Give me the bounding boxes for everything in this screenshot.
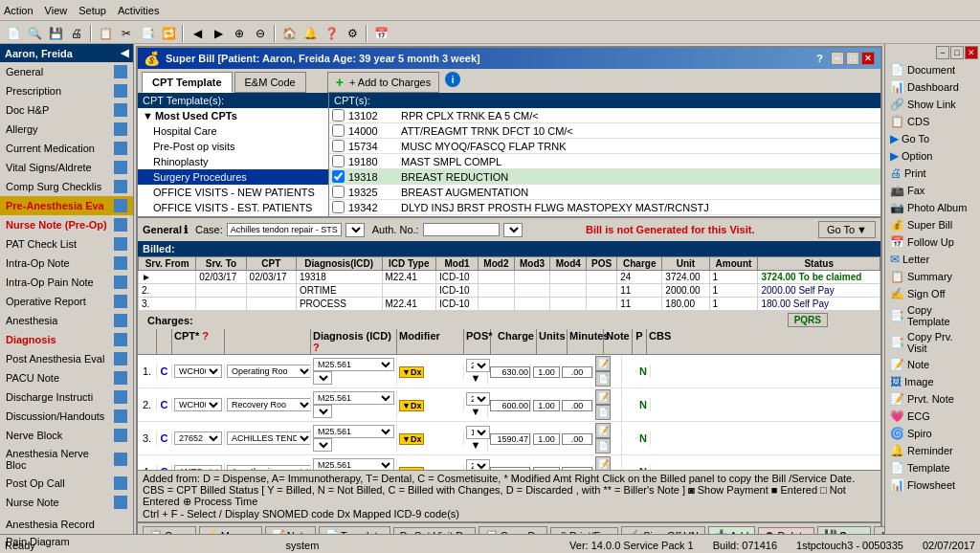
template-button[interactable]: 📄 Template: [319, 526, 390, 534]
toolbar-icon-17[interactable]: 📅: [371, 24, 390, 43]
menu-activities[interactable]: Activities: [118, 5, 159, 16]
nav-item-7[interactable]: Pre-Anesthesia Eva: [0, 196, 133, 215]
charge-diag-select2-0[interactable]: ▼: [313, 371, 332, 385]
cpt-tree-item-3[interactable]: Rhinoplasty: [138, 154, 328, 169]
far-right-item-6[interactable]: 🖨Print: [885, 165, 980, 182]
far-right-item-9[interactable]: 💰Super Bill: [885, 216, 980, 233]
toolbar-icon-7[interactable]: 📑: [138, 24, 157, 43]
toolbar-icon-5[interactable]: 📋: [96, 24, 115, 43]
far-right-item-17[interactable]: 🖼Image: [885, 373, 980, 390]
toolbar-icon-15[interactable]: ❓: [322, 24, 341, 43]
dx-button-0[interactable]: ▼Dx: [399, 366, 424, 378]
toolbar-icon-1[interactable]: 📄: [4, 24, 23, 43]
charge-units-input-0[interactable]: [533, 366, 560, 378]
nav-item-22[interactable]: Nurse Note: [0, 493, 133, 512]
cpt-list-item-1[interactable]: 14000ATT/REAGMT TRNK DFCT 10 CM/<: [329, 123, 880, 139]
far-right-item-8[interactable]: 📷Photo Album: [885, 199, 980, 216]
far-right-item-19[interactable]: 💗ECG: [885, 408, 980, 425]
close-button[interactable]: ✕: [861, 52, 875, 65]
cpt-tree-item-7[interactable]: Office Consultations: [138, 215, 328, 216]
nav-item-20[interactable]: Anesthesia Nerve Bloc: [0, 445, 133, 474]
cpt-tree-item-4[interactable]: Surgery Procedures: [138, 169, 328, 185]
auth-select[interactable]: ▼: [503, 223, 523, 237]
cpt-list-item-2[interactable]: 15734MUSC MYOQ/FASCQ FLAP TRNK: [329, 139, 880, 154]
nav-item-6[interactable]: Comp Surg Checklis: [0, 177, 133, 196]
table-row[interactable]: 3.PROCESSM22.41ICD-1011180.001180.00 Sel…: [139, 298, 880, 311]
panel-max-btn[interactable]: □: [950, 46, 964, 59]
set-visit-dx-button[interactable]: Dx Set Visit Dx: [393, 527, 476, 535]
cpt-list-item-0[interactable]: 13102RPR CPLX TRNK EA 5 CM/<: [329, 108, 880, 123]
toolbar-icon-13[interactable]: 🏠: [279, 24, 299, 43]
cpt-checkbox-6[interactable]: [332, 201, 345, 213]
charge-pos-select-1[interactable]: 24: [466, 392, 490, 406]
note-icon-3[interactable]: 📝: [595, 456, 611, 470]
charge-diag-select-1[interactable]: M25.561: [313, 391, 394, 405]
charge-code-select-0[interactable]: WCH007: [174, 365, 222, 378]
nav-item-11[interactable]: Intra-Op Pain Note: [0, 273, 133, 292]
far-right-item-7[interactable]: 📠Fax: [885, 182, 980, 199]
note-icon2-1[interactable]: 📄: [595, 405, 611, 420]
case-input[interactable]: [227, 223, 342, 236]
nav-item-5[interactable]: Vital Signs/Aldrete: [0, 158, 133, 177]
toolbar-icon-10[interactable]: ▶: [209, 24, 228, 43]
charge-amount-input-0[interactable]: [490, 366, 530, 378]
far-right-item-5[interactable]: ▶Option: [885, 147, 980, 165]
additional-item-0[interactable]: Anesthesia Record: [0, 516, 133, 533]
nav-item-16[interactable]: PACU Note: [0, 368, 133, 387]
help-btn[interactable]: ?: [816, 53, 823, 64]
cpt-list-item-7[interactable]: 19350NPPL/AREOLA RCNSTJ: [329, 215, 880, 216]
cpt-tree-item-5[interactable]: OFFICE VISITS - NEW PATIENTS: [138, 185, 328, 200]
patient-name-header[interactable]: Aaron, Freida ◀: [0, 44, 133, 62]
note-icon-2[interactable]: 📝: [595, 423, 611, 438]
charge-diag-select-3[interactable]: M25.561: [313, 458, 394, 470]
sign-off-vn-button[interactable]: ✍ Sign Off VN: [621, 526, 705, 534]
toolbar-icon-9[interactable]: ◀: [188, 24, 207, 43]
far-right-item-22[interactable]: 📄Template: [885, 459, 980, 476]
far-right-item-1[interactable]: 📊Dashboard: [885, 78, 980, 96]
list-item[interactable]: 2. C WCH009 Recovery Roo M25.561 ▼ ▼Dx 2…: [138, 388, 880, 422]
far-right-item-23[interactable]: 📊Flowsheet: [885, 476, 980, 494]
nav-item-13[interactable]: Anesthesia: [0, 311, 133, 330]
cpt-checkbox-2[interactable]: [332, 140, 345, 152]
toolbar-icon-3[interactable]: 💾: [46, 24, 65, 43]
nav-item-9[interactable]: PAT Check List: [0, 234, 133, 254]
note-button[interactable]: 📝 Note: [265, 526, 316, 534]
cpt-list-item-4[interactable]: 19318BREAST REDUCTION: [329, 169, 880, 185]
copy-dx-button[interactable]: 📋 Copy Dx: [479, 526, 547, 534]
toolbar-icon-8[interactable]: 🔁: [159, 24, 178, 43]
cpt-checkbox-5[interactable]: [332, 186, 345, 198]
nav-item-8[interactable]: Nurse Note (Pre-Op): [0, 215, 133, 234]
copy-button[interactable]: 📋 Copy: [143, 526, 196, 534]
tab-cpt-template[interactable]: CPT Template: [142, 72, 233, 93]
add-button[interactable]: ➕ Add: [708, 526, 756, 534]
nav-item-19[interactable]: Nerve Block: [0, 426, 133, 445]
toolbar-icon-6[interactable]: ✂: [117, 24, 136, 43]
print-fax-button[interactable]: 🖨 Print/Fax: [550, 527, 618, 535]
far-right-item-12[interactable]: 📋Summary: [885, 268, 980, 285]
far-right-item-11[interactable]: ✉Letter: [885, 251, 980, 268]
charge-units-input-2[interactable]: [533, 433, 560, 445]
charge-desc-select-0[interactable]: Operating Roo: [227, 365, 311, 378]
auth-input[interactable]: [423, 223, 500, 236]
macros-button[interactable]: ⚡ Macros: [199, 526, 262, 534]
toolbar-icon-12[interactable]: ⊖: [251, 24, 270, 43]
menu-view[interactable]: View: [45, 5, 68, 16]
far-right-item-16[interactable]: 📝Note: [885, 356, 980, 373]
note-icon2-0[interactable]: 📄: [595, 371, 611, 387]
far-right-item-3[interactable]: 📋CDS: [885, 113, 980, 130]
menu-setup[interactable]: Setup: [78, 5, 106, 16]
far-right-item-2[interactable]: 🔗Show Link: [885, 96, 980, 113]
charge-diag-select2-1[interactable]: ▼: [313, 405, 332, 418]
nav-item-21[interactable]: Post Op Call: [0, 474, 133, 493]
toolbar-icon-16[interactable]: ⚙: [343, 24, 362, 43]
charge-code-select-2[interactable]: 27652: [174, 431, 222, 445]
cpt-tree-item-6[interactable]: OFFICE VISITS - EST. PATIENTS: [138, 200, 328, 215]
nav-item-4[interactable]: Current Medication: [0, 139, 133, 158]
cpt-list-item-6[interactable]: 19342DLYD INSJ BRST PROSTH FLWG MASTOPEX…: [329, 200, 880, 215]
charge-pos-select-2[interactable]: 11: [466, 426, 490, 439]
nav-item-14[interactable]: Diagnosis: [0, 330, 133, 349]
cpt-checkbox-3[interactable]: [332, 155, 345, 167]
cpt-tree-item-2[interactable]: Pre-Post op visits: [138, 139, 328, 154]
table-row[interactable]: 2.ORTIMEICD-10112000.0012000.00 Self Pay: [139, 284, 880, 298]
far-right-item-18[interactable]: 📝Prvt. Note: [885, 390, 980, 408]
